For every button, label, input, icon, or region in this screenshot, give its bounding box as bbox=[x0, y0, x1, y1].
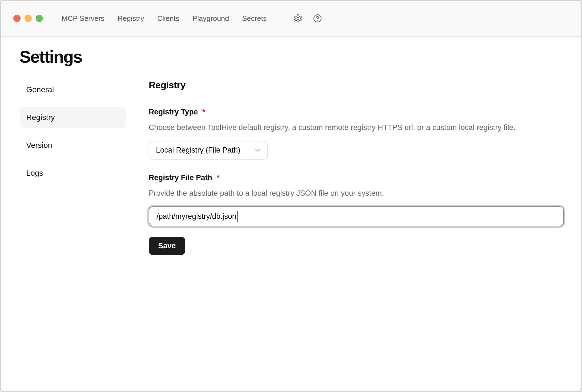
nav-item-mcp-servers[interactable]: MCP Servers bbox=[62, 14, 104, 23]
sidebar-item-label: General bbox=[26, 85, 54, 94]
traffic-lights bbox=[13, 15, 43, 22]
nav-item-registry[interactable]: Registry bbox=[118, 14, 144, 23]
nav-item-clients[interactable]: Clients bbox=[157, 14, 179, 23]
save-button[interactable]: Save bbox=[149, 237, 185, 255]
required-asterisk: * bbox=[217, 173, 220, 182]
registry-file-path-label: Registry File Path bbox=[149, 173, 212, 182]
gear-icon bbox=[294, 14, 302, 23]
registry-file-path-description: Provide the absolute path to a local reg… bbox=[149, 189, 564, 198]
settings-sidebar: General Registry Version Logs bbox=[19, 79, 126, 255]
sidebar-item-registry[interactable]: Registry bbox=[19, 107, 126, 128]
sidebar-item-version[interactable]: Version bbox=[19, 135, 126, 156]
settings-page: Settings General Registry Version Logs bbox=[1, 37, 581, 255]
settings-button[interactable] bbox=[293, 14, 303, 23]
chevron-down-icon bbox=[254, 147, 261, 154]
registry-type-select[interactable]: Local Registry (File Path) bbox=[149, 141, 268, 160]
required-asterisk: * bbox=[202, 108, 206, 116]
registry-type-selected-value: Local Registry (File Path) bbox=[156, 146, 240, 155]
registry-type-label: Registry Type bbox=[149, 108, 198, 116]
help-button[interactable] bbox=[313, 14, 322, 23]
top-navigation: MCP Servers Registry Clients Playground … bbox=[62, 14, 267, 23]
registry-file-path-value: /path/myregistry/db.json bbox=[156, 212, 236, 221]
registry-settings-panel: Registry Registry Type * Choose between … bbox=[149, 79, 564, 255]
sidebar-item-label: Registry bbox=[26, 113, 55, 122]
help-circle-icon bbox=[313, 14, 322, 23]
registry-type-description: Choose between ToolHive default registry… bbox=[149, 123, 564, 132]
topbar-divider bbox=[283, 8, 283, 29]
section-heading: Registry bbox=[149, 80, 564, 90]
nav-item-playground[interactable]: Playground bbox=[192, 14, 229, 23]
app-window: MCP Servers Registry Clients Playground … bbox=[0, 0, 582, 392]
window-close-button[interactable] bbox=[13, 15, 21, 22]
window-zoom-button[interactable] bbox=[36, 15, 43, 22]
text-cursor bbox=[237, 211, 238, 222]
sidebar-item-label: Logs bbox=[26, 169, 43, 178]
nav-item-secrets[interactable]: Secrets bbox=[242, 14, 267, 23]
page-title: Settings bbox=[19, 48, 581, 66]
window-minimize-button[interactable] bbox=[25, 15, 32, 22]
titlebar: MCP Servers Registry Clients Playground … bbox=[1, 1, 581, 37]
sidebar-item-logs[interactable]: Logs bbox=[19, 163, 126, 183]
sidebar-item-general[interactable]: General bbox=[19, 79, 126, 100]
sidebar-item-label: Version bbox=[26, 141, 52, 150]
registry-file-path-input[interactable]: /path/myregistry/db.json bbox=[149, 206, 564, 226]
